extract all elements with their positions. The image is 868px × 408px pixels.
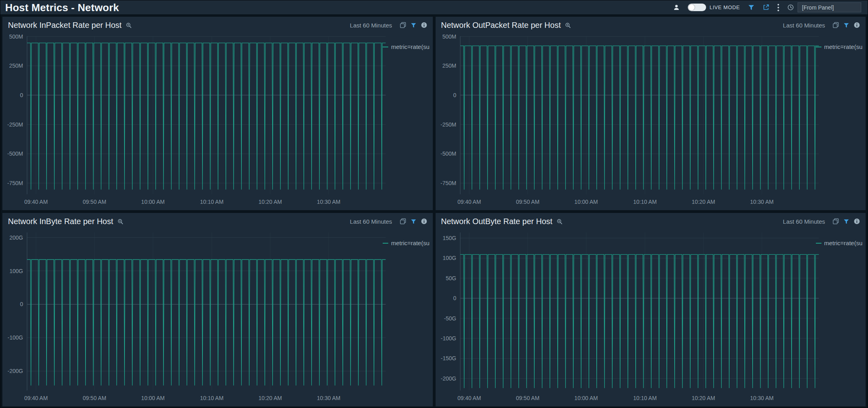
- legend-label: metric=rate(su: [391, 240, 429, 246]
- legend-swatch: [816, 47, 821, 47]
- svg-text:10:00 AM: 10:00 AM: [574, 199, 597, 205]
- svg-text:-500M: -500M: [440, 150, 456, 157]
- panel-title: Network OutPacket Rate per Host: [441, 20, 561, 30]
- svg-text:50G: 50G: [446, 275, 456, 281]
- legend-label: metric=rate(su: [824, 240, 862, 246]
- svg-text:09:40 AM: 09:40 AM: [24, 395, 48, 401]
- svg-text:200G: 200G: [10, 234, 23, 241]
- svg-text:10:30 AM: 10:30 AM: [317, 395, 341, 401]
- svg-text:100G: 100G: [10, 268, 23, 274]
- svg-text:10:00 AM: 10:00 AM: [141, 199, 165, 205]
- zoom-in-icon[interactable]: [117, 219, 123, 224]
- panel-header: Network InPacket Rate per Host Last 60 M…: [2, 17, 433, 31]
- share-icon[interactable]: [763, 4, 769, 11]
- panel-filter-icon[interactable]: [411, 22, 416, 28]
- svg-text:09:50 AM: 09:50 AM: [516, 199, 539, 205]
- svg-text:09:40 AM: 09:40 AM: [24, 199, 48, 205]
- panel-network-inpacket-rate: Network InPacket Rate per Host Last 60 M…: [2, 17, 433, 210]
- svg-text:-250M: -250M: [440, 121, 456, 128]
- live-mode-control[interactable]: LIVE MODE: [688, 4, 740, 11]
- svg-text:10:10 AM: 10:10 AM: [200, 395, 224, 401]
- svg-text:-100G: -100G: [8, 334, 23, 341]
- panel-filter-icon[interactable]: [411, 219, 416, 224]
- line-chart[interactable]: 09:40 AM09:50 AM10:00 AM10:10 AM10:20 AM…: [2, 228, 433, 406]
- svg-text:0: 0: [453, 92, 456, 98]
- legend-swatch: [383, 243, 388, 244]
- svg-text:100G: 100G: [442, 255, 456, 261]
- panel-header: Network OutPacket Rate per Host Last 60 …: [436, 17, 866, 31]
- dashboard-header: Host Metrics - Network LIVE MODE: [0, 0, 868, 15]
- time-range-value[interactable]: [From Panel]: [798, 2, 861, 12]
- chart-area: 09:40 AM09:50 AM10:00 AM10:10 AM10:20 AM…: [436, 31, 866, 210]
- svg-text:-250M: -250M: [7, 121, 23, 128]
- panel-actions: Last 60 Minutes: [350, 22, 427, 29]
- clock-icon: [787, 4, 794, 11]
- panel-network-outpacket-rate: Network OutPacket Rate per Host Last 60 …: [436, 17, 866, 210]
- page-title: Host Metrics - Network: [5, 2, 119, 13]
- svg-text:10:30 AM: 10:30 AM: [750, 199, 773, 205]
- svg-text:500M: 500M: [442, 33, 456, 40]
- chart-area: 09:40 AM09:50 AM10:00 AM10:10 AM10:20 AM…: [2, 31, 433, 210]
- legend-swatch: [816, 243, 821, 244]
- zoom-in-icon[interactable]: [557, 219, 562, 224]
- panel-time-range: Last 60 Minutes: [350, 218, 392, 225]
- svg-text:150G: 150G: [442, 235, 456, 241]
- svg-text:250M: 250M: [442, 62, 456, 69]
- chart-legend[interactable]: metric=rate(su: [383, 43, 429, 50]
- copy-panel-icon[interactable]: [833, 22, 839, 28]
- info-icon[interactable]: [854, 218, 860, 224]
- panel-filter-icon[interactable]: [843, 219, 849, 224]
- line-chart[interactable]: 09:40 AM09:50 AM10:00 AM10:10 AM10:20 AM…: [436, 228, 866, 406]
- svg-text:-750M: -750M: [7, 180, 23, 186]
- zoom-in-icon[interactable]: [126, 22, 132, 28]
- svg-text:10:20 AM: 10:20 AM: [259, 199, 282, 205]
- dashboard: Host Metrics - Network LIVE MODE: [0, 0, 868, 408]
- panel-actions: Last 60 Minutes: [783, 218, 860, 225]
- zoom-in-icon[interactable]: [565, 22, 571, 28]
- kebab-menu-icon[interactable]: [777, 4, 779, 12]
- svg-text:09:40 AM: 09:40 AM: [457, 199, 481, 205]
- panel-header: Network InByte Rate per Host Last 60 Min…: [2, 213, 433, 228]
- chart-legend[interactable]: metric=rate(su: [816, 240, 862, 246]
- panel-time-range: Last 60 Minutes: [783, 22, 825, 29]
- info-icon[interactable]: [421, 22, 427, 28]
- svg-text:09:50 AM: 09:50 AM: [83, 395, 106, 401]
- filter-icon[interactable]: [748, 4, 755, 11]
- svg-text:0: 0: [20, 301, 23, 307]
- info-icon[interactable]: [854, 22, 860, 28]
- copy-panel-icon[interactable]: [833, 218, 839, 224]
- copy-panel-icon[interactable]: [400, 22, 406, 28]
- svg-text:-750M: -750M: [440, 180, 456, 186]
- svg-text:250M: 250M: [9, 62, 23, 69]
- panel-network-outbyte-rate: Network OutByte Rate per Host Last 60 Mi…: [436, 213, 866, 406]
- line-chart[interactable]: 09:40 AM09:50 AM10:00 AM10:10 AM10:20 AM…: [2, 31, 433, 210]
- svg-text:10:00 AM: 10:00 AM: [574, 395, 597, 401]
- svg-text:-200G: -200G: [441, 375, 456, 382]
- chart-legend[interactable]: metric=rate(su: [816, 43, 862, 50]
- panel-filter-icon[interactable]: [843, 22, 849, 28]
- info-icon[interactable]: [421, 218, 427, 224]
- chart-area: 09:40 AM09:50 AM10:00 AM10:10 AM10:20 AM…: [436, 228, 866, 406]
- panel-time-range: Last 60 Minutes: [350, 22, 392, 29]
- svg-text:500M: 500M: [9, 33, 23, 40]
- live-mode-toggle[interactable]: [688, 4, 706, 11]
- user-icon[interactable]: [673, 4, 680, 11]
- svg-text:10:20 AM: 10:20 AM: [691, 199, 715, 205]
- svg-text:10:10 AM: 10:10 AM: [200, 199, 224, 205]
- line-chart[interactable]: 09:40 AM09:50 AM10:00 AM10:10 AM10:20 AM…: [436, 31, 866, 210]
- svg-text:10:30 AM: 10:30 AM: [750, 395, 773, 401]
- legend-label: metric=rate(su: [824, 43, 862, 50]
- panel-time-range: Last 60 Minutes: [783, 218, 825, 225]
- copy-panel-icon[interactable]: [400, 218, 406, 224]
- legend-label: metric=rate(su: [391, 43, 429, 50]
- chart-legend[interactable]: metric=rate(su: [383, 240, 429, 246]
- svg-text:-100G: -100G: [441, 335, 456, 342]
- panel-title: Network InByte Rate per Host: [8, 217, 113, 226]
- time-range-control: [From Panel]: [787, 2, 861, 12]
- panel-network-inbyte-rate: Network InByte Rate per Host Last 60 Min…: [2, 213, 433, 406]
- panel-title: Network OutByte Rate per Host: [441, 217, 553, 226]
- svg-text:-150G: -150G: [441, 355, 456, 361]
- svg-text:10:10 AM: 10:10 AM: [633, 199, 656, 205]
- header-controls: LIVE MODE [From Panel]: [673, 2, 861, 12]
- svg-text:10:10 AM: 10:10 AM: [633, 395, 656, 401]
